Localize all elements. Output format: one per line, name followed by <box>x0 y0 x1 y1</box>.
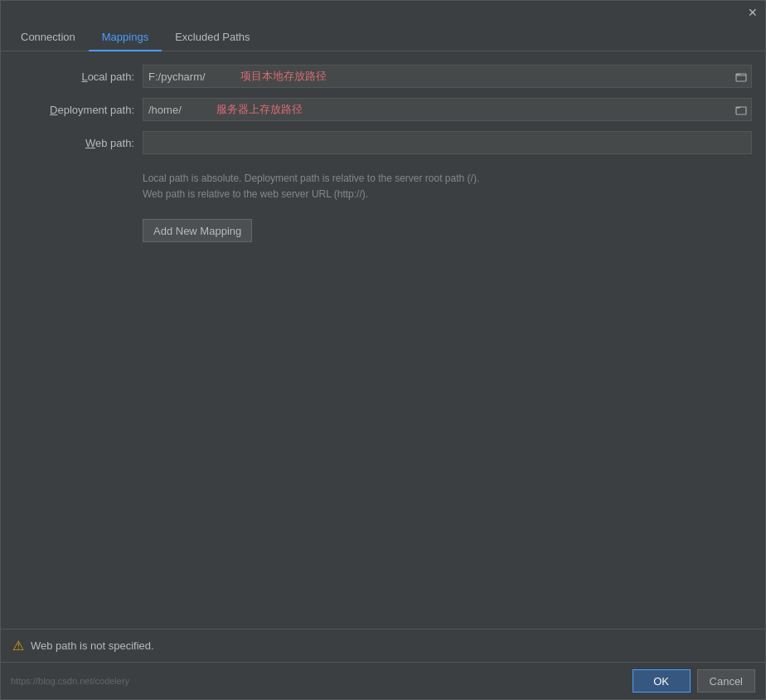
local-path-text: F:/pycharm/ <box>143 67 237 86</box>
dialog: ✕ Connection Mappings Excluded Paths Loc… <box>0 0 766 700</box>
cancel-button[interactable]: Cancel <box>697 669 755 693</box>
url-hint: https://blog.csdn.net/codelery <box>11 676 626 686</box>
bottom-bar: https://blog.csdn.net/codelery OK Cancel <box>1 662 765 699</box>
tab-bar: Connection Mappings Excluded Paths <box>1 24 765 51</box>
warning-icon: ⚠ <box>12 638 24 654</box>
web-path-input[interactable] <box>143 131 752 154</box>
local-path-input-wrapper: F:/pycharm/ 项目本地存放路径 <box>143 65 752 88</box>
local-path-annotation: 项目本地存放路径 <box>237 69 327 84</box>
tab-mappings[interactable]: Mappings <box>89 24 162 51</box>
tab-excluded-paths[interactable]: Excluded Paths <box>162 24 263 51</box>
warning-text: Web path is not specified. <box>31 639 154 652</box>
local-path-display[interactable]: F:/pycharm/ 项目本地存放路径 <box>143 65 752 88</box>
warning-bar: ⚠ Web path is not specified. <box>1 629 765 662</box>
deployment-path-browse-button[interactable] <box>732 100 750 119</box>
deployment-path-label: Deployment path: <box>14 104 143 116</box>
web-path-input-wrapper <box>143 131 752 154</box>
close-button[interactable]: ✕ <box>745 5 760 20</box>
deployment-path-annotation: 服务器上存放路径 <box>213 102 303 117</box>
local-path-label: Local path: <box>14 70 143 83</box>
spacer <box>14 242 752 629</box>
local-path-row: Local path: F:/pycharm/ 项目本地存放路径 <box>14 65 752 88</box>
tab-connection[interactable]: Connection <box>7 24 89 51</box>
description-line2: Web path is relative to the web server U… <box>143 187 752 202</box>
description-line1: Local path is absolute. Deployment path … <box>143 171 752 187</box>
description-text: Local path is absolute. Deployment path … <box>143 171 752 202</box>
ok-button[interactable]: OK <box>633 669 691 693</box>
deployment-path-input-wrapper: /home/ 服务器上存放路径 <box>143 98 752 121</box>
main-content: Local path: F:/pycharm/ 项目本地存放路径 <box>1 51 765 629</box>
add-new-mapping-button[interactable]: Add New Mapping <box>143 219 252 242</box>
web-path-label: Web path: <box>14 137 143 149</box>
web-path-row: Web path: <box>14 131 752 154</box>
title-bar: ✕ <box>1 1 765 24</box>
deployment-path-row: Deployment path: /home/ 服务器上存放路径 <box>14 98 752 121</box>
local-path-browse-button[interactable] <box>732 67 750 85</box>
deployment-path-display[interactable]: /home/ 服务器上存放路径 <box>143 98 752 121</box>
deployment-path-text: /home/ <box>143 100 213 119</box>
